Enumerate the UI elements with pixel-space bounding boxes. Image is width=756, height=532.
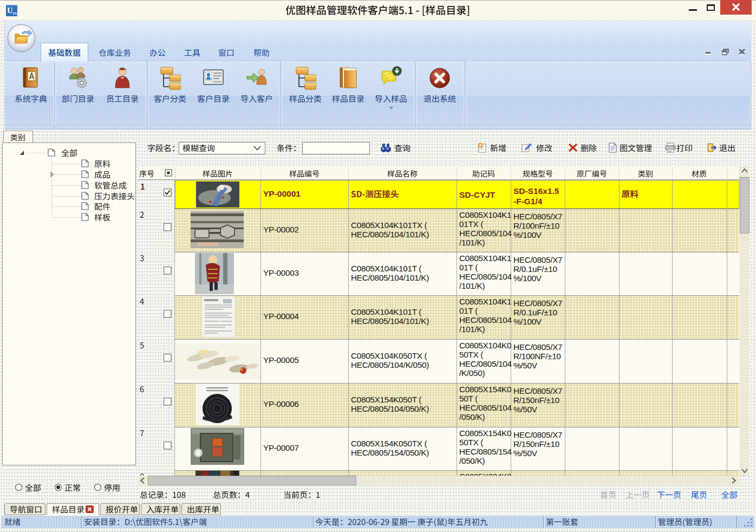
svg-text:TU: TU (12, 11, 17, 16)
